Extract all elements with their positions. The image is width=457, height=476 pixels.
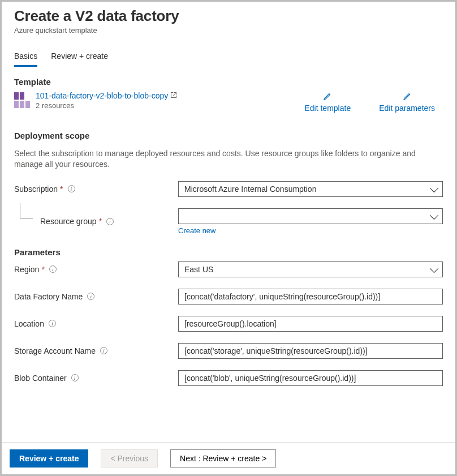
subscription-label: Subscription* i	[14, 185, 178, 194]
template-heading: Template	[14, 77, 443, 87]
info-icon[interactable]: i	[106, 218, 114, 225]
template-resources-count: 2 resources	[36, 101, 177, 110]
location-input[interactable]	[178, 316, 443, 332]
storage-account-name-input[interactable]	[178, 343, 443, 359]
location-label: Location i	[14, 319, 178, 328]
resource-group-select[interactable]	[178, 208, 443, 224]
edit-parameters-label: Edit parameters	[379, 104, 435, 113]
info-icon[interactable]: i	[49, 265, 57, 273]
create-new-resource-group-link[interactable]: Create new	[178, 226, 443, 235]
info-icon[interactable]: i	[68, 185, 75, 192]
info-icon[interactable]: i	[87, 293, 94, 300]
edit-parameters-button[interactable]: Edit parameters	[379, 91, 435, 113]
footer: Review + create < Previous Next : Review…	[2, 442, 455, 474]
deployment-scope-heading: Deployment scope	[14, 131, 443, 140]
data-factory-name-input[interactable]	[178, 289, 443, 305]
tab-basics[interactable]: Basics	[14, 52, 37, 67]
review-create-button[interactable]: Review + create	[10, 449, 88, 468]
region-label: Region* i	[14, 265, 178, 274]
region-select[interactable]	[178, 261, 443, 277]
parameters-heading: Parameters	[14, 247, 443, 257]
info-icon[interactable]: i	[71, 374, 79, 381]
deployment-scope-description: Select the subscription to manage deploy…	[14, 148, 443, 170]
data-factory-name-label: Data Factory Name i	[14, 292, 178, 301]
required-marker: *	[41, 265, 44, 274]
required-marker: *	[99, 217, 102, 226]
pencil-icon	[402, 91, 412, 101]
pencil-icon	[322, 91, 333, 101]
required-marker: *	[60, 185, 63, 194]
info-icon[interactable]: i	[100, 347, 107, 354]
page-subtitle: Azure quickstart template	[14, 26, 443, 35]
tabs: Basics Review + create	[14, 52, 443, 67]
blob-container-label: Blob Container i	[14, 374, 178, 383]
template-link[interactable]: 101-data-factory-v2-blob-to-blob-copy	[36, 91, 177, 100]
external-link-icon	[170, 92, 177, 100]
previous-button: < Previous	[101, 449, 158, 468]
edit-template-button[interactable]: Edit template	[304, 91, 351, 113]
resource-group-label: Resource group* i	[14, 217, 178, 226]
edit-template-label: Edit template	[304, 104, 351, 113]
template-link-text: 101-data-factory-v2-blob-to-blob-copy	[36, 91, 168, 100]
next-button[interactable]: Next : Review + create >	[170, 449, 276, 468]
blob-container-input[interactable]	[178, 370, 443, 386]
tab-review-create[interactable]: Review + create	[51, 52, 108, 67]
storage-account-name-label: Storage Account Name i	[14, 346, 178, 355]
page-title: Create a V2 data factory	[14, 7, 443, 25]
subscription-select[interactable]	[178, 181, 443, 197]
arm-template-icon	[14, 92, 30, 108]
info-icon[interactable]: i	[49, 320, 56, 327]
